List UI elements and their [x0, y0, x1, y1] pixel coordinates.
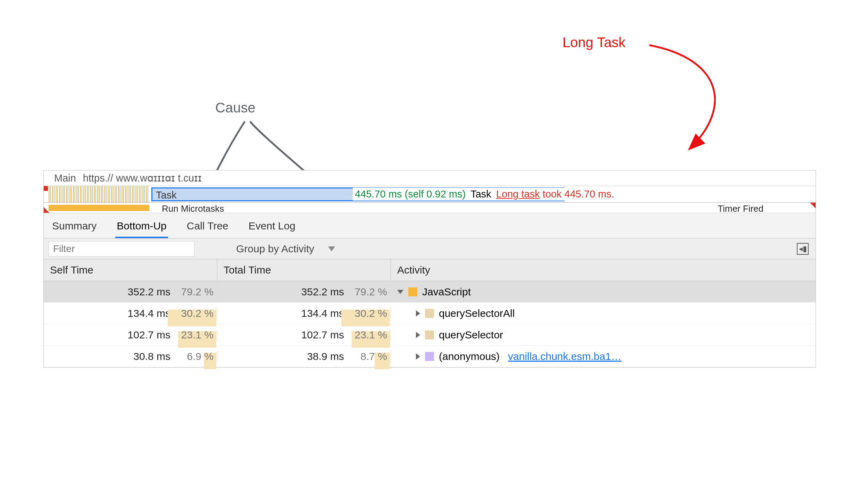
cell-activity: (anonymous)vanilla.chunk.esm.ba1… — [391, 351, 816, 362]
tab-bottom-up[interactable]: Bottom-Up — [115, 218, 168, 238]
table-row[interactable]: 134.4 ms30.2 %134.4 ms30.2 %querySelecto… — [44, 303, 816, 324]
cell-total: 38.9 ms8.7 % — [217, 351, 391, 362]
subtask-row[interactable]: Run Microtasks Timer Fired — [44, 203, 816, 213]
self-pct: 30.2 % — [175, 308, 214, 319]
group-by-label: Group by Activity — [236, 243, 314, 255]
cell-activity: JavaScript — [391, 286, 816, 298]
self-pct: 23.1 % — [175, 329, 214, 341]
cell-self: 30.8 ms6.9 % — [44, 351, 217, 362]
marker-icon — [44, 186, 48, 191]
activity-name: querySelectorAll — [439, 308, 515, 319]
chevron-right-icon[interactable] — [416, 310, 420, 317]
annotation-cause: Cause — [215, 100, 256, 116]
chevron-down-icon[interactable] — [397, 290, 403, 294]
category-swatch — [425, 352, 434, 361]
orange-strip — [49, 205, 149, 211]
activity-name: (anonymous) — [439, 351, 500, 362]
col-total-time[interactable]: Total Time — [217, 259, 391, 281]
cell-activity: querySelector — [391, 329, 816, 341]
tabs-bar: Summary Bottom-Up Call Tree Event Log — [44, 213, 816, 238]
self-ms: 30.8 ms — [133, 351, 170, 362]
col-activity[interactable]: Activity — [391, 259, 816, 281]
tab-summary[interactable]: Summary — [51, 218, 98, 238]
cell-total: 134.4 ms30.2 % — [217, 308, 391, 319]
tab-call-tree[interactable]: Call Tree — [185, 218, 230, 238]
filter-row: Group by Activity ◂▮ — [44, 238, 816, 259]
category-swatch — [408, 287, 417, 296]
self-pct: 6.9 % — [175, 351, 214, 362]
source-link[interactable]: vanilla.chunk.esm.ba1… — [508, 351, 621, 362]
overflow-right-icon — [810, 203, 816, 208]
group-by-dropdown[interactable]: Group by Activity — [236, 243, 335, 255]
category-swatch — [425, 309, 434, 318]
tooltip-time: 445.70 ms (self 0.92 ms) — [355, 188, 466, 200]
cell-total: 352.2 ms79.2 % — [217, 286, 391, 298]
cell-self: 102.7 ms23.1 % — [44, 329, 217, 341]
tooltip-task-label: Task — [470, 188, 491, 200]
cell-total: 102.7 ms23.1 % — [217, 329, 391, 341]
activity-name: JavaScript — [422, 286, 471, 298]
timer-fired-label: Timer Fired — [718, 203, 763, 212]
total-pct: 79.2 % — [349, 286, 387, 298]
category-swatch — [425, 330, 434, 339]
cell-self: 134.4 ms30.2 % — [44, 308, 217, 319]
table-row[interactable]: 102.7 ms23.1 %102.7 ms23.1 %querySelecto… — [44, 324, 816, 346]
chevron-down-icon — [328, 246, 335, 251]
tooltip-long-task-link[interactable]: Long task — [496, 188, 540, 200]
tab-event-log[interactable]: Event Log — [247, 218, 297, 238]
task-bar-row[interactable]: Task 445.70 ms (self 0.92 ms) Task Long … — [44, 186, 816, 203]
collapse-panel-icon[interactable]: ◂▮ — [797, 243, 809, 255]
cell-self: 352.2 ms79.2 % — [44, 286, 217, 298]
chevron-right-icon[interactable] — [416, 353, 420, 360]
table-row[interactable]: 30.8 ms6.9 %38.9 ms8.7 %(anonymous)vanil… — [44, 346, 816, 367]
self-ms: 102.7 ms — [128, 329, 170, 341]
annotation-long-task: Long Task — [562, 35, 626, 50]
total-pct: 23.1 % — [349, 329, 387, 341]
minimap[interactable] — [49, 186, 149, 202]
chevron-right-icon[interactable] — [416, 332, 420, 338]
main-thread-label: Main — [54, 173, 76, 184]
total-ms: 134.4 ms — [301, 308, 344, 319]
total-pct: 30.2 % — [349, 308, 387, 319]
total-ms: 352.2 ms — [301, 286, 344, 298]
tooltip-long-suffix: took 445.70 ms. — [540, 188, 614, 200]
rows-container: 352.2 ms79.2 %352.2 ms79.2 %JavaScript13… — [44, 281, 816, 367]
devtools-panel: Main https.// www.wɑɪɪɪɑɪ t.cuɪɪ Task 44… — [43, 170, 816, 368]
self-pct: 79.2 % — [175, 286, 214, 298]
filter-input[interactable] — [49, 241, 194, 256]
self-ms: 134.4 ms — [128, 308, 170, 319]
total-ms: 38.9 ms — [307, 351, 344, 362]
total-pct: 8.7 % — [349, 351, 387, 362]
total-ms: 102.7 ms — [301, 329, 344, 341]
table-header: Self Time Total Time Activity — [44, 259, 816, 281]
page-url: https.// www.wɑɪɪɪɑɪ t.cuɪɪ — [83, 172, 202, 184]
self-ms: 352.2 ms — [128, 286, 170, 298]
flame-header: Main https.// www.wɑɪɪɪɑɪ t.cuɪɪ — [44, 170, 816, 186]
col-self-time[interactable]: Self Time — [44, 259, 217, 281]
activity-name: querySelector — [439, 329, 503, 341]
table-row[interactable]: 352.2 ms79.2 %352.2 ms79.2 %JavaScript — [44, 281, 816, 303]
run-microtasks-label: Run Microtasks — [162, 203, 224, 212]
cell-activity: querySelectorAll — [391, 308, 816, 319]
task-tooltip: 445.70 ms (self 0.92 ms) Task Long task … — [353, 188, 616, 201]
